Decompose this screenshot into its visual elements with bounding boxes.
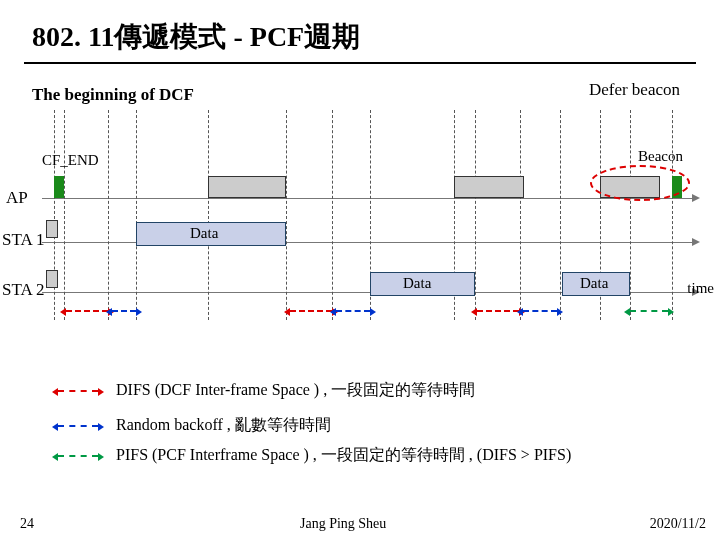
footer-date: 2020/11/2	[650, 516, 706, 532]
axis-label-time: time	[687, 280, 714, 297]
legend-text-pifs: PIFS (PCF Interframe Space ) , 一段固定的等待時間…	[116, 446, 571, 463]
defer-beacon-highlight	[590, 165, 690, 201]
legend-swatch-red	[58, 390, 98, 392]
page-number: 24	[20, 516, 34, 532]
grid-line	[64, 110, 65, 320]
grid-line	[475, 110, 476, 320]
legend-text-difs: DIFS (DCF Inter-frame Space ) , 一段固定的等待時…	[116, 381, 475, 398]
interval-backoff	[112, 310, 136, 312]
label-defer-beacon: Defer beacon	[589, 80, 680, 100]
interval-backoff	[336, 310, 370, 312]
grid-line	[108, 110, 109, 320]
grid-line	[332, 110, 333, 320]
grid-line	[560, 110, 561, 320]
interval-difs	[290, 310, 332, 312]
grid-line	[54, 110, 55, 320]
interval-pifs	[630, 310, 668, 312]
legend-swatch-green	[58, 455, 98, 457]
label-beacon: Beacon	[638, 148, 683, 165]
legend-backoff: Random backoff , 亂數等待時間	[58, 415, 678, 436]
interval-backoff	[523, 310, 557, 312]
sta2-prior-fragment	[46, 270, 58, 288]
grid-line	[208, 110, 209, 320]
interval-difs	[66, 310, 108, 312]
ap-fragment	[454, 176, 524, 198]
title-rule	[24, 62, 696, 64]
sta1-prior-fragment	[46, 220, 58, 238]
lane-label-sta1: STA 1	[2, 230, 45, 250]
slide-title: 802. 11傳遞模式 - PCF週期	[32, 18, 360, 56]
lane-label-ap: AP	[6, 188, 28, 208]
grid-line	[286, 110, 287, 320]
ap-cf-end-frame	[54, 176, 64, 198]
legend-difs: DIFS (DCF Inter-frame Space ) , 一段固定的等待時…	[58, 380, 678, 401]
label-cf-end: CF_END	[42, 152, 99, 169]
legend-pifs: PIFS (PCF Interframe Space ) , 一段固定的等待時間…	[58, 445, 678, 466]
grid-line	[672, 110, 673, 320]
grid-line	[520, 110, 521, 320]
axis-ap	[42, 198, 692, 199]
sta2-data-label: Data	[580, 275, 608, 292]
label-beginning-of-dcf: The beginning of DCF	[32, 85, 194, 105]
interval-difs	[477, 310, 519, 312]
timing-diagram: AP STA 1 STA 2 CF_END Beacon Data Data D…	[0, 110, 720, 330]
lane-label-sta2: STA 2	[2, 280, 45, 300]
sta1-data-label: Data	[190, 225, 218, 242]
footer-author: Jang Ping Sheu	[300, 516, 386, 532]
legend-text-backoff: Random backoff , 亂數等待時間	[116, 416, 331, 433]
grid-line	[630, 110, 631, 320]
ap-fragment	[208, 176, 286, 198]
grid-line	[136, 110, 137, 320]
legend-swatch-blue	[58, 425, 98, 427]
sta2-data-label: Data	[403, 275, 431, 292]
